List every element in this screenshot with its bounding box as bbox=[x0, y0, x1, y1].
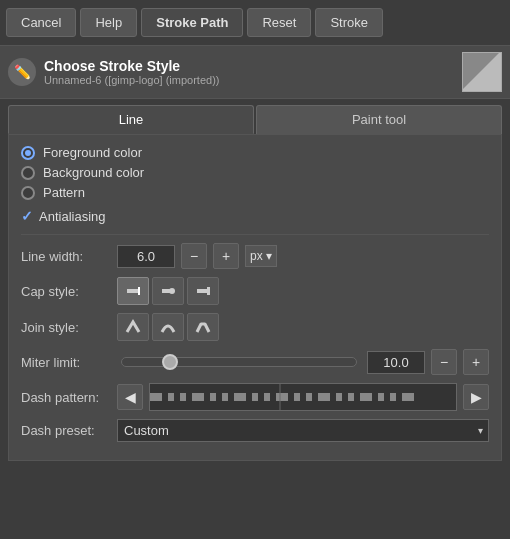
line-width-input[interactable] bbox=[117, 245, 175, 268]
foreground-color-radio[interactable] bbox=[21, 146, 35, 160]
svg-rect-12 bbox=[234, 393, 246, 401]
dash-pattern-display[interactable] bbox=[149, 383, 457, 411]
miter-limit-row: Miter limit: − + bbox=[21, 349, 489, 375]
dash-preset-wrapper: Custom Solid Dotted Dashed ▾ bbox=[117, 419, 489, 442]
cap-style-row: Cap style: bbox=[21, 277, 489, 305]
miter-slider[interactable] bbox=[121, 357, 357, 367]
cap-butt-icon bbox=[124, 282, 142, 300]
join-miter-icon bbox=[124, 318, 142, 336]
svg-rect-11 bbox=[222, 393, 228, 401]
check-icon: ✓ bbox=[21, 208, 33, 224]
join-style-label: Join style: bbox=[21, 320, 111, 335]
tab-line[interactable]: Line bbox=[8, 105, 254, 134]
dialog-subtitle: Unnamed-6 ([gimp-logo] (imported)) bbox=[44, 74, 454, 86]
cap-style-label: Cap style: bbox=[21, 284, 111, 299]
tab-row: Line Paint tool bbox=[0, 99, 510, 134]
stroke-preview bbox=[462, 52, 502, 92]
svg-rect-13 bbox=[252, 393, 258, 401]
svg-rect-14 bbox=[264, 393, 270, 401]
miter-slider-thumb[interactable] bbox=[162, 354, 178, 370]
header-bar: ✏️ Choose Stroke Style Unnamed-6 ([gimp-… bbox=[0, 45, 510, 99]
stroke-path-button[interactable]: Stroke Path bbox=[141, 8, 243, 37]
svg-rect-24 bbox=[402, 393, 414, 401]
cap-round-button[interactable] bbox=[152, 277, 184, 305]
cap-style-buttons bbox=[117, 277, 219, 305]
unit-chevron-icon: ▾ bbox=[266, 249, 272, 263]
pattern-label: Pattern bbox=[43, 185, 85, 200]
svg-rect-5 bbox=[207, 287, 210, 295]
dash-pattern-row: Dash pattern: ◀ bbox=[21, 383, 489, 411]
miter-limit-label: Miter limit: bbox=[21, 355, 111, 370]
join-style-row: Join style: bbox=[21, 313, 489, 341]
svg-rect-15 bbox=[276, 393, 288, 401]
cap-butt-button[interactable] bbox=[117, 277, 149, 305]
header-text: Choose Stroke Style Unnamed-6 ([gimp-log… bbox=[44, 58, 454, 86]
svg-rect-19 bbox=[336, 393, 342, 401]
line-width-row: Line width: − + px ▾ bbox=[21, 243, 489, 269]
pattern-radio[interactable] bbox=[21, 186, 35, 200]
dash-preset-row: Dash preset: Custom Solid Dotted Dashed … bbox=[21, 419, 489, 442]
svg-point-3 bbox=[169, 288, 175, 294]
miter-limit-input[interactable] bbox=[367, 351, 425, 374]
color-source-group: Foreground color Background color Patter… bbox=[21, 145, 489, 200]
svg-rect-6 bbox=[150, 393, 162, 401]
svg-rect-9 bbox=[192, 393, 204, 401]
stroke-button[interactable]: Stroke bbox=[315, 8, 383, 37]
dash-preset-select[interactable]: Custom Solid Dotted Dashed bbox=[117, 419, 489, 442]
miter-plus-button[interactable]: + bbox=[463, 349, 489, 375]
svg-rect-22 bbox=[378, 393, 384, 401]
unit-label: px bbox=[250, 249, 263, 263]
svg-rect-21 bbox=[360, 393, 372, 401]
background-color-radio[interactable] bbox=[21, 166, 35, 180]
join-round-button[interactable] bbox=[152, 313, 184, 341]
tab-paint-tool[interactable]: Paint tool bbox=[256, 105, 502, 134]
main-content: Foreground color Background color Patter… bbox=[8, 134, 502, 461]
join-style-buttons bbox=[117, 313, 219, 341]
cap-square-button[interactable] bbox=[187, 277, 219, 305]
background-color-option[interactable]: Background color bbox=[21, 165, 489, 180]
pattern-option[interactable]: Pattern bbox=[21, 185, 489, 200]
svg-rect-0 bbox=[127, 289, 139, 293]
svg-rect-7 bbox=[168, 393, 174, 401]
cancel-button[interactable]: Cancel bbox=[6, 8, 76, 37]
cap-round-icon bbox=[159, 282, 177, 300]
antialiasing-label: Antialiasing bbox=[39, 209, 106, 224]
unit-selector[interactable]: px ▾ bbox=[245, 245, 277, 267]
line-width-minus-button[interactable]: − bbox=[181, 243, 207, 269]
cap-square-icon bbox=[194, 282, 212, 300]
divider-1 bbox=[21, 234, 489, 235]
svg-rect-16 bbox=[294, 393, 300, 401]
join-bevel-icon bbox=[194, 318, 212, 336]
svg-rect-17 bbox=[306, 393, 312, 401]
line-width-plus-button[interactable]: + bbox=[213, 243, 239, 269]
foreground-color-label: Foreground color bbox=[43, 145, 142, 160]
join-bevel-button[interactable] bbox=[187, 313, 219, 341]
stroke-icon: ✏️ bbox=[8, 58, 36, 86]
dash-left-button[interactable]: ◀ bbox=[117, 384, 143, 410]
svg-rect-8 bbox=[180, 393, 186, 401]
dash-pattern-svg bbox=[150, 383, 456, 411]
antialiasing-checkbox[interactable]: ✓ Antialiasing bbox=[21, 208, 489, 224]
top-toolbar: Cancel Help Stroke Path Reset Stroke bbox=[0, 0, 510, 45]
join-miter-button[interactable] bbox=[117, 313, 149, 341]
background-color-label: Background color bbox=[43, 165, 144, 180]
svg-rect-18 bbox=[318, 393, 330, 401]
join-round-icon bbox=[159, 318, 177, 336]
svg-rect-10 bbox=[210, 393, 216, 401]
dash-preset-label: Dash preset: bbox=[21, 423, 111, 438]
dash-pattern-label: Dash pattern: bbox=[21, 390, 111, 405]
miter-minus-button[interactable]: − bbox=[431, 349, 457, 375]
svg-rect-20 bbox=[348, 393, 354, 401]
help-button[interactable]: Help bbox=[80, 8, 137, 37]
dash-right-button[interactable]: ▶ bbox=[463, 384, 489, 410]
dialog-title: Choose Stroke Style bbox=[44, 58, 454, 74]
reset-button[interactable]: Reset bbox=[247, 8, 311, 37]
svg-rect-23 bbox=[390, 393, 396, 401]
line-width-label: Line width: bbox=[21, 249, 111, 264]
foreground-color-option[interactable]: Foreground color bbox=[21, 145, 489, 160]
